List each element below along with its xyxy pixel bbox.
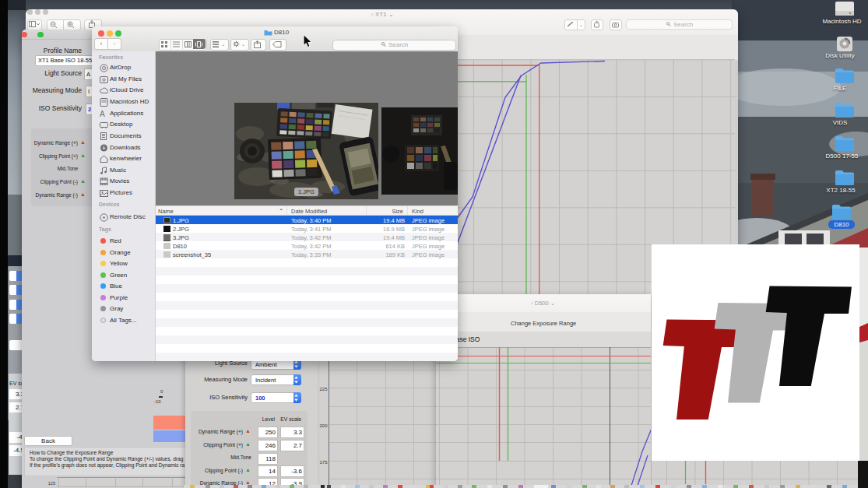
svg-text:175: 175 — [319, 460, 328, 465]
svg-text:A: A — [100, 110, 105, 118]
svg-text:125: 125 — [48, 481, 55, 486]
svg-text:225: 225 — [319, 387, 328, 391]
svg-text:200: 200 — [319, 423, 328, 428]
